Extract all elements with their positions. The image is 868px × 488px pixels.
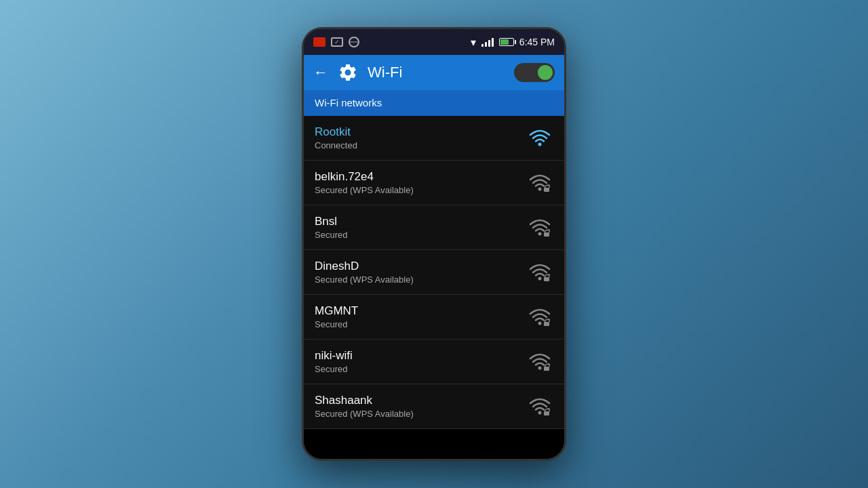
network-status: Secured (WPS Available) <box>315 185 526 195</box>
svg-point-7 <box>538 321 542 325</box>
signal-bar-4 <box>492 38 494 47</box>
svg-point-0 <box>538 142 542 146</box>
network-item[interactable]: DineshDSecured (WPS Available) <box>304 250 564 295</box>
globe-icon <box>349 37 359 47</box>
wifi-open-icon <box>528 128 551 148</box>
wifi-icon-container <box>526 216 553 239</box>
svg-point-1 <box>538 187 542 190</box>
network-status: Secured (WPS Available) <box>315 409 526 419</box>
network-name: niki-wifi <box>315 349 526 363</box>
status-icons-left: ✓ <box>313 37 359 47</box>
network-info: MGMNTSecured <box>315 304 526 329</box>
notification-icon-check: ✓ <box>331 37 343 47</box>
wifi-secured-icon <box>528 173 551 193</box>
network-info: belkin.72e4Secured (WPS Available) <box>315 170 526 195</box>
network-item[interactable]: belkin.72e4Secured (WPS Available) <box>304 161 564 205</box>
signal-bars <box>481 37 494 47</box>
signal-bar-2 <box>485 42 487 47</box>
section-header: Wi-Fi networks <box>304 90 564 116</box>
svg-rect-8 <box>544 322 549 326</box>
wifi-icon-container <box>526 171 553 195</box>
svg-point-3 <box>538 232 542 235</box>
svg-rect-2 <box>544 188 549 192</box>
network-info: niki-wifiSecured <box>315 349 526 374</box>
wifi-icon-container <box>526 260 553 284</box>
network-name: DineshD <box>315 260 526 273</box>
svg-point-9 <box>538 366 542 369</box>
notification-icon-red <box>313 37 326 47</box>
network-status: Secured <box>315 364 526 374</box>
network-info: RootkitConnected <box>315 125 526 150</box>
wifi-secured-icon <box>528 218 551 238</box>
status-bar: ✓ ▾ 6:45 PM <box>304 29 564 55</box>
wifi-secured-icon <box>528 396 551 417</box>
svg-rect-10 <box>544 367 549 371</box>
wifi-secured-icon <box>528 262 551 283</box>
network-item[interactable]: BnslSecured <box>304 205 564 250</box>
wifi-icon-container <box>526 350 553 373</box>
network-info: BnslSecured <box>315 215 526 240</box>
signal-bar-3 <box>488 40 490 47</box>
network-name: Rootkit <box>315 125 526 139</box>
app-bar: ← Wi-Fi <box>304 55 564 90</box>
section-header-text: Wi-Fi networks <box>315 97 382 108</box>
settings-gear-icon <box>338 62 358 83</box>
network-status: Secured (WPS Available) <box>315 274 526 285</box>
svg-rect-4 <box>544 232 549 237</box>
status-time: 6:45 PM <box>519 37 555 47</box>
wifi-icon-container <box>526 126 553 150</box>
phone-wrapper: ✓ ▾ 6:45 PM ← <box>302 27 566 461</box>
wifi-toggle-knob <box>538 65 553 80</box>
network-item[interactable]: niki-wifiSecured <box>304 340 564 384</box>
network-name: Shashaank <box>315 394 526 407</box>
network-info: ShashaankSecured (WPS Available) <box>315 394 526 419</box>
network-name: MGMNT <box>315 304 526 318</box>
wifi-toggle[interactable] <box>514 63 555 82</box>
battery-fill <box>500 39 509 45</box>
back-button[interactable]: ← <box>313 64 328 81</box>
battery-icon <box>499 38 514 46</box>
network-info: DineshDSecured (WPS Available) <box>315 260 526 285</box>
phone-frame: ✓ ▾ 6:45 PM ← <box>302 27 566 461</box>
network-item[interactable]: MGMNTSecured <box>304 295 564 340</box>
wifi-secured-icon <box>528 352 551 372</box>
network-list: RootkitConnectedbelkin.72e4Secured (WPS … <box>304 116 564 429</box>
wifi-secured-icon <box>528 307 551 327</box>
signal-bar-1 <box>481 44 484 47</box>
app-bar-title: Wi-Fi <box>368 64 505 81</box>
network-name: belkin.72e4 <box>315 170 526 184</box>
svg-point-5 <box>538 277 542 280</box>
svg-rect-12 <box>544 411 549 415</box>
network-name: Bnsl <box>315 215 526 228</box>
network-item[interactable]: RootkitConnected <box>304 116 564 161</box>
svg-point-11 <box>538 411 542 414</box>
wifi-icon-container <box>526 305 553 329</box>
network-status: Connected <box>315 140 526 150</box>
network-status: Secured <box>315 230 526 240</box>
network-status: Secured <box>315 319 526 329</box>
svg-rect-6 <box>544 277 549 281</box>
status-icons-right: ▾ 6:45 PM <box>471 36 555 49</box>
wifi-status-icon: ▾ <box>471 36 476 49</box>
wifi-icon-container <box>526 394 553 418</box>
network-item[interactable]: ShashaankSecured (WPS Available) <box>304 384 564 429</box>
